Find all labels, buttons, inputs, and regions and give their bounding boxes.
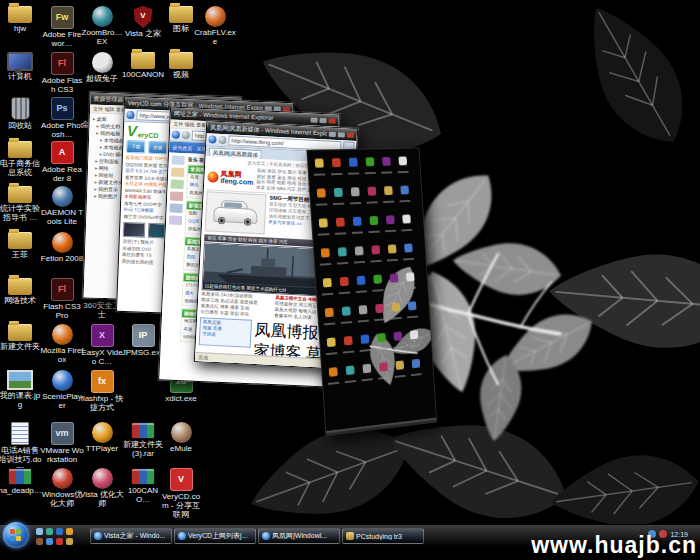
icon-label: Windows优化大师	[40, 490, 84, 508]
mini-icon	[372, 328, 390, 359]
thumbnail[interactable]	[123, 222, 146, 238]
quick-launch-icon[interactable]	[56, 538, 63, 545]
folder-icon	[8, 141, 32, 158]
quick-launch-icon[interactable]	[46, 528, 53, 535]
desktop-icon-TTPlayer[interactable]: TTPlayer	[80, 422, 124, 453]
mini-icon	[312, 183, 331, 214]
mini-icon-label	[381, 171, 392, 173]
desktop-icon-视频[interactable]: 视频	[159, 52, 203, 79]
desktop-icon-ScenicPlayer[interactable]: ScenicPlayer	[40, 370, 84, 410]
video-box[interactable]: 凤凰宽频视频 直播节目表	[199, 317, 252, 348]
icon-label: 视频	[159, 70, 203, 79]
maximize-button[interactable]	[338, 132, 345, 137]
icon-label: DAEMON Tools Lite	[40, 208, 84, 226]
minimize-button[interactable]	[311, 117, 318, 122]
desktop-icon-我的课表.jpg[interactable]: 我的课表.jpg	[0, 370, 42, 409]
desktop-icon-EasyX Video C…[interactable]: XEasyX Video C…	[80, 324, 124, 366]
mini-icon-label	[331, 173, 342, 175]
shield-icon: V	[134, 6, 153, 28]
car-photo[interactable]	[205, 191, 267, 234]
desktop-icon-VMware Workstation[interactable]: vmVMware Workstation	[40, 422, 84, 464]
desktop-icon-统计学实验指导书 …[interactable]: 统计学实验指导书 …	[0, 186, 42, 222]
forward-button[interactable]	[182, 131, 190, 139]
search-button[interactable]: 搜索	[148, 141, 167, 155]
desktop-icon-Flash CS3 Pro[interactable]: FlFlash CS3 Pro	[40, 278, 84, 320]
mini-icon-label	[367, 201, 378, 203]
desktop-icon-flashfxp - 快捷方式[interactable]: fxflashfxp - 快捷方式	[80, 370, 124, 412]
app-icon: X	[91, 324, 114, 347]
mini-icon-label	[407, 316, 418, 319]
app-icon: V	[170, 468, 193, 491]
desktop-icon-电子商务信息系统[interactable]: 电子商务信息系统	[0, 141, 42, 177]
taskbar-button[interactable]: 凤凰网|Windowl...	[258, 528, 340, 544]
ifeng-logo[interactable]: 凤凰网 ifeng.com	[207, 169, 254, 185]
download-button[interactable]: 下载	[126, 140, 145, 154]
mini-icon	[339, 331, 358, 362]
quick-launch-icon[interactable]	[36, 538, 43, 545]
close-button[interactable]	[328, 118, 335, 123]
folder-icon	[8, 232, 32, 249]
forward-button[interactable]	[218, 136, 226, 144]
orb-icon	[92, 468, 113, 489]
news-links-left[interactable]: 凤凰资讯 24小时滚动新闻两岸三地 热点话题 深度报道凤凰论坛 博客 播客 互动…	[200, 291, 271, 319]
maximize-button[interactable]	[319, 117, 326, 122]
taskbar-button[interactable]: PCstudying tr3	[342, 528, 424, 544]
desktop-icon-Adobe Flash CS3[interactable]: FlAdobe Flash CS3	[40, 52, 84, 94]
desktop-icon-Vista 优化大师[interactable]: Vista 优化大师	[80, 468, 124, 508]
desktop-icon-王菲[interactable]: 王菲	[0, 232, 42, 259]
taskbar-button-label: 凤凰网|Windowl...	[272, 531, 327, 541]
mini-icon-glyph	[352, 217, 361, 226]
quick-launch-icon[interactable]	[66, 528, 73, 535]
desktop-icon-Mozilla Firefox[interactable]: Mozilla Firefox	[40, 324, 84, 364]
back-button[interactable]	[126, 111, 134, 119]
mini-icon-glyph	[362, 364, 371, 374]
mini-icon	[324, 362, 343, 393]
mini-icon-glyph	[341, 306, 350, 316]
mini-icon-label	[409, 344, 420, 347]
desktop-icon-eMule[interactable]: eMule	[159, 422, 203, 453]
desktop-icon-回收站[interactable]: 回收站	[0, 97, 42, 130]
desktop-icon-hjw[interactable]: hjw	[0, 6, 42, 33]
desktop-icon-电话A销售培训技巧.docx[interactable]: 电话A销售培训技巧.docx	[0, 422, 42, 474]
desktop-icon-超级兔子[interactable]: 超级兔子	[80, 52, 124, 83]
mini-icon-glyph	[314, 159, 323, 168]
taskbar-button[interactable]: VeryCD上网列表j...	[174, 528, 256, 544]
close-button[interactable]	[347, 132, 354, 137]
desktop-icon-计算机[interactable]: 计算机	[0, 52, 42, 81]
desktop-icon-CrabFLV.exe[interactable]: CrabFLV.exe	[193, 6, 237, 46]
mini-icon	[348, 212, 367, 242]
taskbar-button[interactable]: Vista之家 - Windo...	[90, 528, 172, 544]
quick-launch-icon[interactable]	[46, 538, 53, 545]
picture-icon	[7, 370, 33, 390]
desktop-icon-ZoomBro…EX[interactable]: ZoomBro…EX	[80, 6, 124, 46]
back-button[interactable]	[208, 135, 216, 143]
desktop-icon-Windows优化大师[interactable]: Windows优化大师	[40, 468, 84, 508]
desktop-icon-Adobe Reader 8[interactable]: AAdobe Reader 8	[40, 141, 84, 183]
mini-icon-glyph	[354, 246, 363, 255]
back-button[interactable]	[172, 131, 180, 139]
monitor-icon	[7, 52, 33, 71]
mini-icon	[368, 269, 386, 299]
desktop-icon-新建文件夹[interactable]: 新建文件夹	[0, 324, 42, 351]
desktop-icon-VeryCD.com - 分享互联网[interactable]: VVeryCD.com - 分享互联网	[159, 468, 203, 520]
mini-icon	[379, 181, 397, 211]
video-link[interactable]: 节目表	[202, 331, 248, 339]
desktop-preview-card[interactable]	[306, 147, 437, 436]
mini-icon-label	[405, 287, 416, 290]
desktop-icon-Adobe Firewor…[interactable]: FwAdobe Firewor…	[40, 6, 84, 48]
desktop-icon-Adobe Photosh…[interactable]: PsAdobe Photosh…	[40, 97, 84, 139]
start-button[interactable]	[3, 522, 29, 548]
quick-launch-icon[interactable]	[56, 528, 63, 535]
orb-icon	[52, 186, 73, 207]
quick-launch-icon[interactable]	[36, 528, 43, 535]
desktop-icon-DAEMON Tools Lite[interactable]: DAEMON Tools Lite	[40, 186, 84, 226]
app-icon: Fl	[51, 52, 74, 75]
desktop-icon-网络技术[interactable]: 网络技术	[0, 278, 42, 305]
desktop-icon-ha_deadp…[interactable]: ha_deadp…	[0, 468, 42, 495]
quick-launch-icon[interactable]	[66, 538, 73, 545]
mini-icon-label	[326, 352, 338, 355]
desktop-icon-Fetion 2008[interactable]: Fetion 2008	[40, 232, 84, 263]
folder-icon	[8, 6, 32, 23]
orb-icon	[52, 324, 73, 345]
minimize-button[interactable]	[329, 131, 336, 136]
